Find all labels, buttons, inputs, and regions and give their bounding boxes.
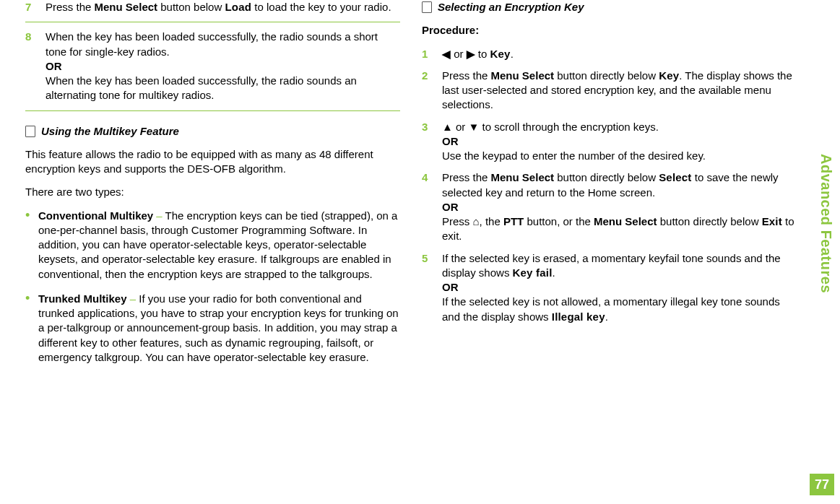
divider [25,22,400,22]
text: When the key has been loaded successfull… [46,30,378,57]
ui-label: Load [225,1,251,13]
right-arrow-icon: ▶ [467,48,475,60]
document-icon [422,1,432,13]
dash: – [127,292,139,305]
heading-text: Using the Multikey Feature [41,124,179,139]
text: Press the [46,1,95,13]
text: to [475,48,490,60]
bullet-body: Trunked Multikey – If you use your radio… [38,292,400,365]
text: If the selected key is erased, a momenta… [442,252,781,279]
text: button directly below [554,171,659,183]
bullet-body: Conventional Multikey – The encryption k… [38,209,400,282]
ui-label: Key fail [513,266,553,279]
paragraph: This feature allows the radio to be equi… [25,147,400,177]
divider [25,110,400,111]
left-column: 7 Press the Menu Select button below Loa… [14,0,411,504]
bold-text: Menu Select [491,69,555,82]
bold-text: Menu Select [95,1,158,13]
or-text: OR [46,60,62,72]
step-number: 7 [25,0,46,14]
text: button directly below [554,69,659,82]
bold-text: PTT [503,215,524,227]
ui-label: Key [659,69,679,82]
text: . [553,266,555,279]
step-number: 1 [422,47,442,61]
step-text: ▲ or ▼ to scroll through the encryption … [442,120,797,164]
left-arrow-icon: ◀ [442,48,451,60]
text: . [511,48,514,60]
step-text: Press the Menu Select button directly be… [442,170,797,243]
step-1: 1 ◀ or ▶ to Key. [422,47,797,61]
section-heading-multikey: Using the Multikey Feature [25,124,400,139]
step-text: Press the Menu Select button below Load … [46,0,400,14]
right-column: Selecting an Encryption Key Procedure: 1… [411,0,826,504]
page-number: 77 [810,474,834,495]
heading-text: Selecting an Encryption Key [438,0,584,14]
dash: – [153,209,165,222]
step-text: If the selected key is erased, a momenta… [442,251,797,324]
sidebar-section-label: Advanced Features [815,14,836,433]
or-text: OR [442,281,459,293]
ui-label: Select [659,171,691,183]
text: to load the key to your radio. [251,1,391,13]
home-icon [473,215,480,227]
bullet-dot: • [25,209,38,282]
step-number: 8 [25,30,46,103]
text: When the key has been loaded successfull… [46,74,357,101]
step-number: 5 [422,251,442,324]
bullet-trunked: • Trunked Multikey – If you use your rad… [25,292,400,365]
step-2: 2 Press the Menu Select button directly … [422,69,797,113]
step-text: Press the Menu Select button directly be… [442,69,797,113]
bold-text: Menu Select [491,171,555,183]
text: button below [157,1,225,13]
or-text: OR [442,201,459,213]
text: or [451,48,467,60]
document-icon [25,126,35,137]
step-number: 2 [422,69,442,113]
text: , the [480,215,503,227]
text: or [453,121,469,133]
text: Press [442,215,473,227]
or-text: OR [442,135,459,147]
up-arrow-icon: ▲ [442,121,453,133]
section-heading-selecting: Selecting an Encryption Key [422,0,797,14]
paragraph: There are two types: [25,185,400,199]
text: to scroll through the encryption keys. [479,121,658,133]
step-8: 8 When the key has been loaded successfu… [25,30,400,103]
sidebar-text: Advanced Features [816,154,836,293]
bullet-title: Conventional Multikey [38,209,153,222]
text: Press the [442,69,491,82]
text: Use the keypad to enter the number of th… [442,149,706,162]
step-7: 7 Press the Menu Select button below Loa… [25,0,400,14]
bullet-title: Trunked Multikey [38,292,127,305]
step-5: 5 If the selected key is erased, a momen… [422,251,797,324]
step-number: 4 [422,170,442,243]
down-arrow-icon: ▼ [469,121,480,133]
ui-label: Exit [762,215,782,227]
text: . [605,310,608,323]
step-text: ◀ or ▶ to Key. [442,47,797,61]
text: button, or the [524,215,594,227]
procedure-label: Procedure: [422,23,797,38]
step-3: 3 ▲ or ▼ to scroll through the encryptio… [422,120,797,164]
step-number: 3 [422,120,442,164]
text: If the selected key is not allowed, a mo… [442,295,780,322]
bold-text: Menu Select [594,215,657,227]
ui-label: Key [490,48,511,60]
text: button directly below [657,215,762,227]
step-text: When the key has been loaded successfull… [46,30,400,103]
step-4: 4 Press the Menu Select button directly … [422,170,797,243]
text: Press the [442,171,491,183]
ui-label: Illegal key [552,310,605,323]
bullet-dot: • [25,292,38,365]
bullet-conventional: • Conventional Multikey – The encryption… [25,209,400,282]
